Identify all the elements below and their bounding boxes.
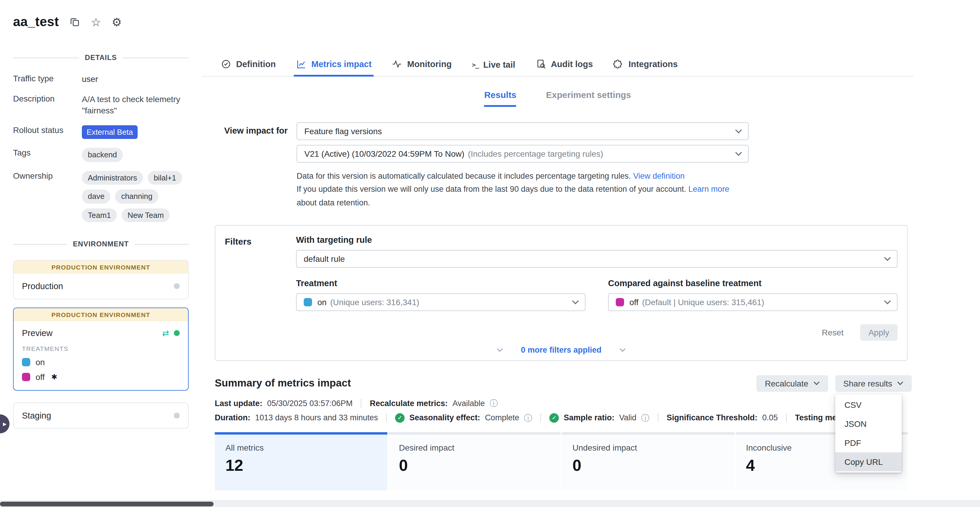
recalculate-button[interactable]: Recalculate <box>757 375 828 392</box>
card-value: 12 <box>226 456 376 475</box>
tab-live-tail[interactable]: >_ Live tail <box>472 60 515 76</box>
tab-label: Integrations <box>628 59 678 69</box>
targeting-rule-value: default rule <box>304 254 345 264</box>
version-notes: Data for this version is automatically c… <box>297 170 749 210</box>
treatment-on-label: on <box>36 358 45 367</box>
more-filters-toggle[interactable]: 0 more filters applied <box>496 346 626 356</box>
treatment-select[interactable]: on (Unique users: 316,341) <box>296 293 585 311</box>
divider <box>361 399 361 408</box>
check-icon: ✓ <box>549 413 559 423</box>
owner-pill[interactable]: New Team <box>122 208 170 222</box>
tab-integrations[interactable]: Integrations <box>613 59 678 76</box>
treatment-select-note: (Unique users: 316,341) <box>330 297 419 307</box>
menu-item-copy-url[interactable]: Copy URL <box>835 453 901 471</box>
production-env-banner: PRODUCTION ENVIRONMENT <box>14 261 188 274</box>
horizontal-scrollbar-thumb[interactable] <box>0 502 213 506</box>
baseline-select[interactable]: off (Default | Unique users: 315,461) <box>608 293 897 311</box>
tab-audit-logs[interactable]: Audit logs <box>535 59 593 76</box>
rollout-status-label: Rollout status <box>13 125 76 139</box>
treatment-select-value: on <box>317 297 326 307</box>
version-select[interactable]: V21 (Active) (10/03/2022 04:59PM To Now)… <box>297 145 749 163</box>
env-name-production: Production <box>22 282 63 291</box>
env-card-staging[interactable]: Staging <box>13 403 189 429</box>
learn-more-link[interactable]: Learn more <box>689 185 729 194</box>
view-impact-section: View impact for Feature flag versions V2… <box>224 122 913 210</box>
env-card-preview[interactable]: PRODUCTION ENVIRONMENT Preview ⇄ TREATME… <box>13 308 189 391</box>
copy-icon[interactable] <box>69 17 80 27</box>
env-name-preview: Preview <box>22 328 52 338</box>
share-results-button[interactable]: Share results <box>835 375 912 392</box>
owner-pill[interactable]: dave <box>82 190 110 204</box>
menu-item-pdf[interactable]: PDF <box>835 434 901 453</box>
sub-tab-bar: Results Experiment settings <box>202 90 913 107</box>
details-section-header: DETAILS <box>13 53 189 62</box>
collapse-arrow-icon: ▸ <box>3 420 6 427</box>
metrics-impact-icon <box>296 59 307 69</box>
owner-pill[interactable]: Team1 <box>82 208 117 222</box>
tab-bar: Definition Metrics impact Monitoring >_ … <box>202 53 913 77</box>
screen: aa_test ☆ ⚙ DETAILS Traffic type user De… <box>0 0 980 507</box>
env-card-production[interactable]: PRODUCTION ENVIRONMENT Production <box>13 260 189 300</box>
treatment-on-row: on <box>22 358 180 367</box>
owner-pill[interactable]: bilal+1 <box>148 171 182 185</box>
owner-pill[interactable]: channing <box>115 190 158 204</box>
info-icon[interactable]: ⓘ <box>490 399 498 408</box>
targeting-rule-label: With targeting rule <box>296 235 897 245</box>
card-all-metrics[interactable]: All metrics 12 <box>215 432 387 490</box>
check-icon: ✓ <box>395 413 404 423</box>
targeting-rule-select[interactable]: default rule <box>296 250 897 268</box>
horizontal-scrollbar-track[interactable] <box>0 501 980 507</box>
gear-icon[interactable]: ⚙ <box>112 16 122 28</box>
filters-title: Filters <box>225 235 296 341</box>
seasonality-label: Seasonality effect: <box>409 413 480 422</box>
info-icon[interactable]: ⓘ <box>641 414 649 422</box>
divider <box>541 413 541 422</box>
view-definition-link[interactable]: View definition <box>633 172 685 180</box>
card-label: Undesired impact <box>573 443 724 453</box>
card-undesired-impact[interactable]: Undesired impact 0 <box>562 432 734 490</box>
last-update-value: 05/30/2025 03:57:06PM <box>267 399 353 408</box>
summary-title: Summary of metrics impact <box>215 377 351 390</box>
tag-pill[interactable]: backend <box>82 148 123 162</box>
production-env-banner: PRODUCTION ENVIRONMENT <box>14 308 188 322</box>
tab-definition[interactable]: Definition <box>221 59 276 76</box>
summary-status-line-2: Duration: 1013 days 8 hours and 33 minut… <box>215 413 913 423</box>
recalculate-metrics-label: Recalculate metrics: <box>370 399 448 408</box>
treatment-off-row: off ✱ <box>22 373 180 382</box>
subtab-experiment-settings[interactable]: Experiment settings <box>546 90 631 107</box>
owners-list: Administrators bilal+1 dave channing Tea… <box>82 171 189 222</box>
tab-label: Monitoring <box>407 59 452 69</box>
share-results-menu: CSV JSON PDF Copy URL <box>835 394 901 473</box>
apply-button[interactable]: Apply <box>860 324 897 341</box>
tab-label: Audit logs <box>551 59 593 69</box>
tab-metrics-impact[interactable]: Metrics impact <box>296 59 372 76</box>
chevron-down-icon <box>897 381 904 386</box>
subtab-results[interactable]: Results <box>484 90 516 107</box>
info-icon[interactable]: ⓘ <box>524 414 532 422</box>
chevron-down-icon <box>496 348 503 352</box>
baseline-select-value: off <box>629 297 639 307</box>
app-window: aa_test ☆ ⚙ DETAILS Traffic type user De… <box>0 0 980 507</box>
sample-ratio-label: Sample ratio: <box>563 413 614 422</box>
traffic-type-label: Traffic type <box>13 73 76 85</box>
description-value: A/A test to check telemetry "fairness" <box>82 94 189 116</box>
tab-monitoring[interactable]: Monitoring <box>392 59 452 76</box>
owner-pill[interactable]: Administrators <box>82 171 143 185</box>
duration-label: Duration: <box>215 413 250 422</box>
last-update-label: Last update: <box>215 399 262 408</box>
chevron-down-icon <box>735 151 742 156</box>
sample-ratio-value: Valid <box>619 413 636 422</box>
version-value: V21 (Active) (10/03/2022 04:59PM To Now) <box>304 149 465 158</box>
sidebar: DETAILS Traffic type user Description A/… <box>0 50 202 429</box>
star-icon[interactable]: ☆ <box>91 16 101 28</box>
treatment-off-swatch <box>22 373 30 381</box>
metric-summary-cards: All metrics 12 Desired impact 0 Undesire… <box>215 432 908 490</box>
duration-value: 1013 days 8 hours and 33 minutes <box>255 413 378 422</box>
tags-label: Tags <box>13 148 76 162</box>
card-desired-impact[interactable]: Desired impact 0 <box>388 432 561 490</box>
menu-item-csv[interactable]: CSV <box>835 395 901 415</box>
note-line-2: If you update this version we will only … <box>297 185 686 194</box>
reset-button[interactable]: Reset <box>822 328 843 337</box>
version-type-select[interactable]: Feature flag versions <box>297 122 749 140</box>
menu-item-json[interactable]: JSON <box>835 415 901 434</box>
